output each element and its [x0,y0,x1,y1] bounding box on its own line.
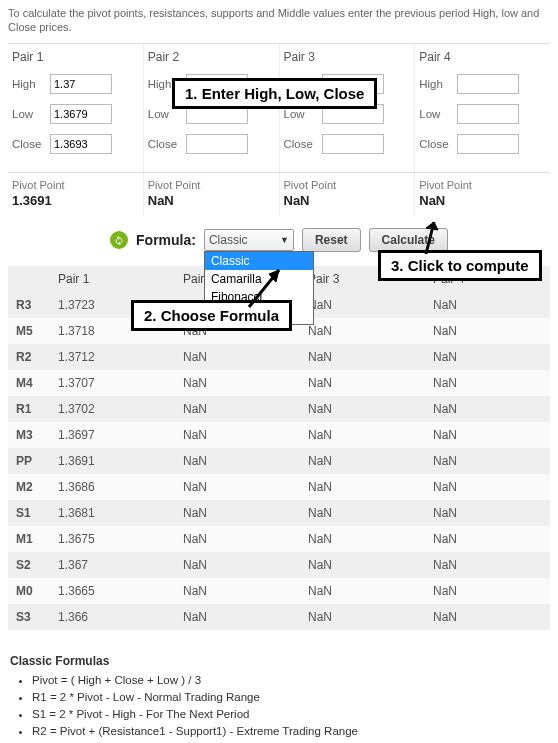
table-cell: NaN [425,448,550,474]
pair-4-high-input[interactable] [457,74,519,94]
close-label: Close [284,138,322,150]
table-cell: NaN [425,604,550,630]
table-cell: NaN [175,448,300,474]
pair-3-close-input[interactable] [322,134,384,154]
row-label: M1 [8,526,50,552]
pair-1-high-input[interactable] [50,74,112,94]
table-cell: 1.3718 [50,318,175,344]
formulas-title: Classic Formulas [10,654,550,668]
table-row: M01.3665NaNNaNNaN [8,578,550,604]
formula-dropdown-list: Classic Camarilla Fibonacci Woodie [204,251,314,325]
table-cell: NaN [300,578,425,604]
row-label: PP [8,448,50,474]
table-cell: 1.3686 [50,474,175,500]
formula-option-classic[interactable]: Classic [205,252,313,270]
table-cell: NaN [425,552,550,578]
table-cell: 1.3681 [50,500,175,526]
table-row: PP1.3691NaNNaNNaN [8,448,550,474]
pivot-label: Pivot Point [148,179,275,191]
row-label: S2 [8,552,50,578]
calculate-button[interactable]: Calculate [369,228,448,252]
pair-4-pivot-value: NaN [419,193,546,208]
table-row: S21.367NaNNaNNaN [8,552,550,578]
table-cell: NaN [425,474,550,500]
table-cell: NaN [300,500,425,526]
table-cell: NaN [425,370,550,396]
close-label: Close [12,138,50,150]
formula-option-camarilla[interactable]: Camarilla [205,270,313,288]
formula-bar: Formula: Classic ▼ Classic Camarilla Fib… [8,216,550,266]
pair-3-low-input[interactable] [322,104,384,124]
pair-1-low-input[interactable] [50,104,112,124]
input-pairs-row: Pair 1 High Low Close Pair 2 High Low Cl… [8,43,550,172]
table-cell: NaN [425,292,550,318]
low-label: Low [148,108,186,120]
pair-2-high-input[interactable] [186,74,248,94]
reset-button[interactable]: Reset [302,228,361,252]
formula-item: S1 = 2 * Pivot - High - For The Next Per… [32,706,550,723]
table-cell: NaN [300,422,425,448]
pair-3-pivot-value: NaN [284,193,411,208]
table-cell: NaN [300,448,425,474]
refresh-icon [110,231,128,249]
table-cell: 1.3712 [50,344,175,370]
page-instructions: To calculate the pivot points, resistanc… [8,6,550,35]
table-cell: NaN [300,552,425,578]
pair-2-low-input[interactable] [186,104,248,124]
table-cell: NaN [175,552,300,578]
table-cell: NaN [300,344,425,370]
table-header-pair3: Pair 3 [300,266,425,292]
table-cell: NaN [175,422,300,448]
pair-3-title: Pair 3 [284,50,411,64]
row-label: M5 [8,318,50,344]
pair-2-title: Pair 2 [148,50,275,64]
pair-3-high-input[interactable] [322,74,384,94]
formula-item: Pivot = ( High + Close + Low ) / 3 [32,672,550,689]
table-cell: NaN [300,474,425,500]
table-cell: NaN [425,526,550,552]
pivot-label: Pivot Point [284,179,411,191]
formula-label: Formula: [136,232,196,248]
table-cell: 1.3691 [50,448,175,474]
table-cell: NaN [175,474,300,500]
formula-item: R1 = 2 * Pivot - Low - Normal Trading Ra… [32,689,550,706]
pair-2-close-input[interactable] [186,134,248,154]
table-row: M41.3707NaNNaNNaN [8,370,550,396]
high-label: High [148,78,186,90]
table-cell: 1.3723 [50,292,175,318]
pair-4-low-input[interactable] [457,104,519,124]
formulas-section: Classic Formulas Pivot = ( High + Close … [8,654,550,743]
pair-1-col: Pair 1 High Low Close [8,44,144,172]
table-cell: NaN [425,396,550,422]
table-cell: NaN [300,370,425,396]
table-cell: NaN [175,396,300,422]
pair-4-close-input[interactable] [457,134,519,154]
row-label: S3 [8,604,50,630]
row-label: S1 [8,500,50,526]
formula-select[interactable]: Classic ▼ [204,229,294,251]
chevron-down-icon: ▼ [280,235,289,245]
table-cell: NaN [175,370,300,396]
table-row: M11.3675NaNNaNNaN [8,526,550,552]
table-cell: 1.367 [50,552,175,578]
table-cell: 1.366 [50,604,175,630]
formula-option-woodie[interactable]: Woodie [205,306,313,324]
pair-4-title: Pair 4 [419,50,546,64]
formula-option-fibonacci[interactable]: Fibonacci [205,288,313,306]
table-cell: NaN [175,500,300,526]
row-label: M0 [8,578,50,604]
table-cell: NaN [300,396,425,422]
row-label: R2 [8,344,50,370]
row-label: R1 [8,396,50,422]
pair-1-close-input[interactable] [50,134,112,154]
table-row: S31.366NaNNaNNaN [8,604,550,630]
table-header-blank [8,266,50,292]
table-cell: 1.3675 [50,526,175,552]
table-row: R11.3702NaNNaNNaN [8,396,550,422]
table-cell: NaN [175,526,300,552]
table-cell: 1.3702 [50,396,175,422]
pivot-label: Pivot Point [419,179,546,191]
formula-item: R2 = Pivot + (Resistance1 - Support1) - … [32,723,550,740]
low-label: Low [419,108,457,120]
table-cell: NaN [425,578,550,604]
